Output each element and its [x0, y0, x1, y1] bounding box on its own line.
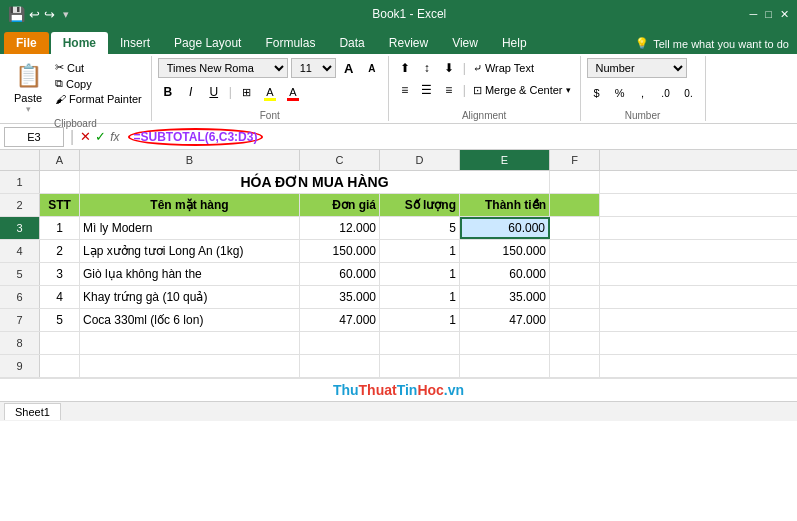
number-format-select[interactable]: Number [587, 58, 687, 78]
cell-a2[interactable]: STT [40, 194, 80, 216]
col-header-c[interactable]: C [300, 150, 380, 170]
align-middle-button[interactable]: ↕ [417, 58, 437, 78]
cell-d3[interactable]: 5 [380, 217, 460, 239]
cell-a7[interactable]: 5 [40, 309, 80, 331]
cell-e5[interactable]: 60.000 [460, 263, 550, 285]
font-name-select[interactable]: Times New Roma [158, 58, 288, 78]
save-icon[interactable]: 💾 [8, 6, 25, 22]
cell-e4[interactable]: 150.000 [460, 240, 550, 262]
cell-c2[interactable]: Đơn giá [300, 194, 380, 216]
col-header-d[interactable]: D [380, 150, 460, 170]
cell-f1[interactable] [550, 171, 600, 193]
underline-button[interactable]: U [204, 82, 224, 102]
cut-button[interactable]: ✂ Cut [52, 60, 145, 75]
wrap-text-button[interactable]: ⤶ Wrap Text [470, 61, 537, 76]
confirm-formula-icon[interactable]: ✓ [95, 129, 106, 144]
cell-e6[interactable]: 35.000 [460, 286, 550, 308]
paste-dropdown[interactable]: ▾ [26, 104, 31, 114]
cell-b4[interactable]: Lạp xưởng tươi Long An (1kg) [80, 240, 300, 262]
copy-button[interactable]: ⧉ Copy [52, 76, 145, 91]
undo-icon[interactable]: ↩ [29, 7, 40, 22]
comma-button[interactable]: , [633, 83, 653, 103]
border-button[interactable]: ⊞ [237, 82, 257, 102]
tab-review[interactable]: Review [377, 32, 440, 54]
col-header-a[interactable]: A [40, 150, 80, 170]
restore-icon[interactable]: □ [765, 8, 772, 21]
cell-d9[interactable] [380, 355, 460, 377]
cell-f8[interactable] [550, 332, 600, 354]
bold-button[interactable]: B [158, 82, 178, 102]
cell-b2[interactable]: Tên mặt hàng [80, 194, 300, 216]
cell-f4[interactable] [550, 240, 600, 262]
cancel-formula-icon[interactable]: ✕ [80, 129, 91, 144]
merge-dropdown-icon[interactable]: ▾ [566, 85, 571, 95]
cell-b9[interactable] [80, 355, 300, 377]
cell-a3[interactable]: 1 [40, 217, 80, 239]
minimize-icon[interactable]: ─ [750, 8, 758, 21]
tab-view[interactable]: View [440, 32, 490, 54]
tab-pagelayout[interactable]: Page Layout [162, 32, 253, 54]
cell-b3[interactable]: Mì ly Modern [80, 217, 300, 239]
col-header-e[interactable]: E [460, 150, 550, 170]
cell-d6[interactable]: 1 [380, 286, 460, 308]
paste-button[interactable]: 📋 Paste ▾ [6, 58, 50, 116]
cell-a9[interactable] [40, 355, 80, 377]
cell-d5[interactable]: 1 [380, 263, 460, 285]
cell-e3[interactable]: 60.000 [460, 217, 550, 239]
cell-f2[interactable] [550, 194, 600, 216]
accounting-button[interactable]: $ [587, 83, 607, 103]
close-icon[interactable]: ✕ [780, 8, 789, 21]
cell-c5[interactable]: 60.000 [300, 263, 380, 285]
cell-c4[interactable]: 150.000 [300, 240, 380, 262]
cell-f7[interactable] [550, 309, 600, 331]
decrease-font-button[interactable]: A [362, 58, 382, 78]
cell-b7[interactable]: Coca 330ml (lốc 6 lon) [80, 309, 300, 331]
format-painter-button[interactable]: 🖌 Format Painter [52, 92, 145, 106]
align-right-button[interactable]: ≡ [439, 80, 459, 100]
font-color-button[interactable]: A [283, 82, 303, 102]
cell-e2[interactable]: Thành tiền [460, 194, 550, 216]
tab-formulas[interactable]: Formulas [253, 32, 327, 54]
merge-center-button[interactable]: ⊡ Merge & Center ▾ [470, 83, 574, 98]
tab-help[interactable]: Help [490, 32, 539, 54]
cell-c8[interactable] [300, 332, 380, 354]
cell-d4[interactable]: 1 [380, 240, 460, 262]
cell-e7[interactable]: 47.000 [460, 309, 550, 331]
font-size-select[interactable]: 11 [291, 58, 336, 78]
cell-f9[interactable] [550, 355, 600, 377]
cell-f3[interactable] [550, 217, 600, 239]
cell-e8[interactable] [460, 332, 550, 354]
align-left-button[interactable]: ≡ [395, 80, 415, 100]
tell-me-box[interactable]: 💡 Tell me what you want to do [627, 33, 797, 54]
cell-e9[interactable] [460, 355, 550, 377]
cell-a1[interactable] [40, 171, 80, 193]
cell-b1[interactable]: HÓA ĐƠN MUA HÀNG [80, 171, 550, 193]
italic-button[interactable]: I [181, 82, 201, 102]
tab-home[interactable]: Home [51, 32, 108, 54]
col-header-f[interactable]: F [550, 150, 600, 170]
insert-function-icon[interactable]: fx [110, 130, 119, 144]
redo-icon[interactable]: ↪ [44, 7, 55, 22]
cell-a8[interactable] [40, 332, 80, 354]
decrease-decimal-button[interactable]: 0. [679, 83, 699, 103]
sheet-tab-1[interactable]: Sheet1 [4, 403, 61, 420]
cell-b8[interactable] [80, 332, 300, 354]
cell-b6[interactable]: Khay trứng gà (10 quả) [80, 286, 300, 308]
cell-b5[interactable]: Giò lụa không hàn the [80, 263, 300, 285]
cell-d8[interactable] [380, 332, 460, 354]
cell-c3[interactable]: 12.000 [300, 217, 380, 239]
tab-insert[interactable]: Insert [108, 32, 162, 54]
cell-f6[interactable] [550, 286, 600, 308]
fill-color-button[interactable]: A [260, 82, 280, 102]
align-top-button[interactable]: ⬆ [395, 58, 415, 78]
cell-d2[interactable]: Số lượng [380, 194, 460, 216]
cell-a5[interactable]: 3 [40, 263, 80, 285]
tab-data[interactable]: Data [327, 32, 376, 54]
cell-a6[interactable]: 4 [40, 286, 80, 308]
increase-font-button[interactable]: A [339, 58, 359, 78]
cell-c9[interactable] [300, 355, 380, 377]
cell-a4[interactable]: 2 [40, 240, 80, 262]
col-header-b[interactable]: B [80, 150, 300, 170]
tab-file[interactable]: File [4, 32, 49, 54]
cell-d7[interactable]: 1 [380, 309, 460, 331]
